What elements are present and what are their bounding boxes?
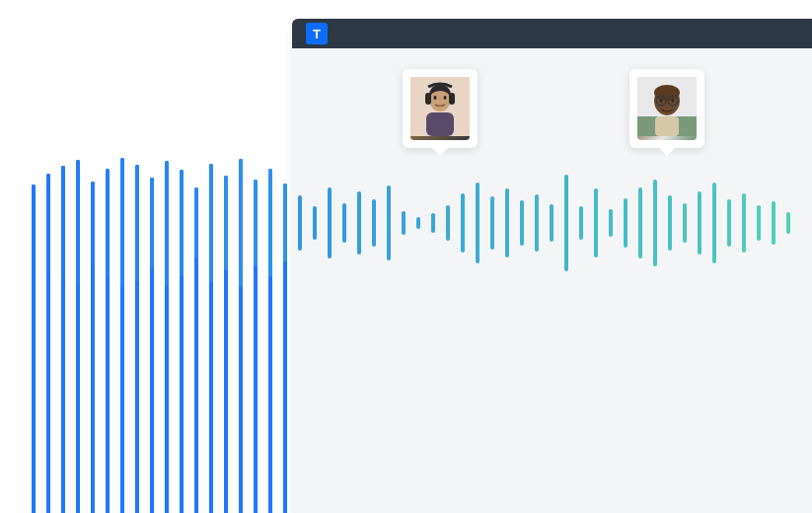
waveform-bar — [772, 201, 775, 245]
waveform-bar — [535, 194, 539, 252]
waveform-bar — [727, 199, 731, 247]
svg-rect-11 — [655, 116, 679, 136]
waveform-bar — [416, 217, 420, 229]
waveform-bar — [609, 209, 613, 237]
app-logo: T — [306, 23, 328, 44]
waveform-bar — [91, 182, 95, 264]
waveform-bar — [61, 166, 65, 280]
waveform-bar — [786, 212, 790, 234]
waveform-bar — [46, 174, 50, 272]
waveform-bar — [298, 195, 302, 251]
waveform-bar — [150, 178, 154, 268]
waveform-bar — [698, 191, 701, 255]
waveform-bar — [402, 211, 406, 235]
waveform-bar — [653, 180, 657, 266]
waveform-bar — [638, 187, 642, 258]
waveform-bar — [209, 164, 213, 282]
waveform-bar — [76, 160, 80, 286]
svg-point-6 — [444, 96, 447, 100]
waveform-bar — [135, 165, 139, 281]
svg-rect-4 — [449, 93, 455, 105]
waveform-bar — [328, 187, 332, 258]
waveform-bar — [476, 183, 480, 263]
waveform-bar — [357, 191, 361, 255]
waveform-bar — [564, 175, 568, 271]
waveform-bar — [268, 169, 272, 277]
waveform-bar — [668, 195, 672, 251]
app-logo-letter: T — [313, 27, 321, 41]
waveform-bar — [461, 193, 465, 253]
waveform-bar — [431, 213, 435, 233]
svg-point-10 — [654, 85, 680, 101]
waveform-bar — [239, 159, 243, 287]
waveform-bar — [742, 193, 746, 253]
svg-rect-3 — [425, 93, 431, 105]
titlebar: T — [292, 19, 812, 48]
waveform-bar — [505, 188, 509, 257]
waveform-bar — [579, 206, 583, 240]
waveform-bar — [32, 184, 36, 261]
svg-rect-2 — [426, 112, 454, 136]
waveform-bar — [520, 200, 524, 246]
waveform-bar — [490, 196, 494, 250]
avatar-speaker-1 — [410, 77, 470, 140]
waveform-bar — [683, 203, 687, 243]
waveform-bar — [372, 199, 376, 247]
waveform-bar — [624, 198, 627, 248]
waveform-bar — [120, 158, 124, 288]
waveform-bar — [712, 183, 716, 263]
waveform-bar — [224, 176, 228, 270]
avatar-speaker-2 — [637, 77, 697, 140]
waveform-bar — [180, 170, 184, 276]
speaker-marker-2[interactable] — [629, 69, 704, 148]
waveform-bar — [387, 185, 391, 260]
waveform-bar — [194, 187, 198, 258]
waveform-bar — [446, 205, 450, 241]
waveform-bar — [283, 183, 287, 262]
waveform-bar — [550, 204, 554, 242]
svg-point-5 — [434, 96, 437, 100]
audio-waveform[interactable] — [32, 164, 802, 282]
waveform-bar — [594, 188, 598, 257]
waveform-bar — [165, 161, 169, 285]
waveform-bar — [313, 206, 317, 240]
svg-point-16 — [672, 99, 675, 103]
waveform-bar — [342, 203, 346, 243]
waveform-bar — [106, 169, 110, 277]
waveform-bar — [757, 205, 761, 241]
speaker-marker-1[interactable] — [403, 69, 478, 148]
svg-point-15 — [660, 99, 663, 103]
waveform-bar — [254, 180, 258, 266]
